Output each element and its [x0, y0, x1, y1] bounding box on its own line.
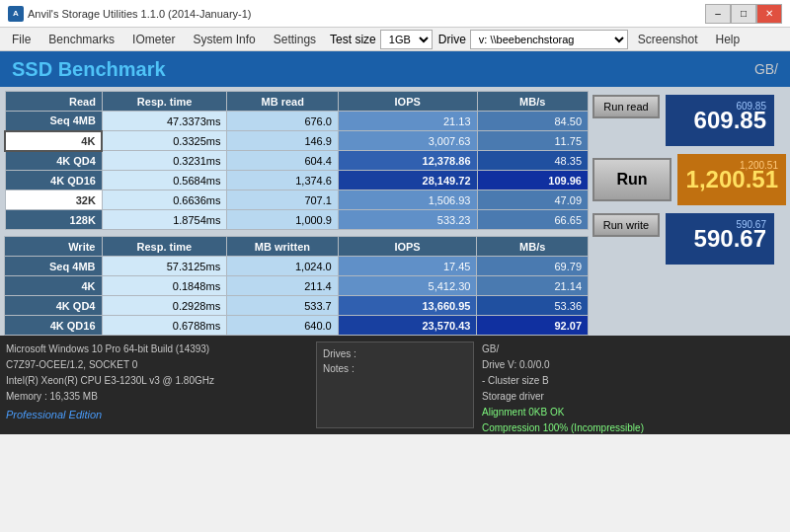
table-row: 4K QD4 0.3231ms 604.4 12,378.86 48.35 — [5, 151, 589, 171]
menu-iometer[interactable]: IOmeter — [124, 31, 183, 48]
right-line4: Storage driver — [482, 389, 784, 405]
row-label: 4K QD4 — [5, 151, 102, 171]
maximize-button[interactable]: □ — [731, 4, 756, 24]
menu-system-info[interactable]: System Info — [185, 31, 263, 48]
benchmark-area: Read Resp. time MB read IOPS MB/s Seq 4M… — [4, 91, 589, 336]
read-col-label: Read — [5, 92, 102, 112]
write-col-label: Write — [5, 237, 103, 257]
mbs-val: 11.75 — [477, 131, 589, 151]
table-row: 128K 1.8754ms 1,000.9 533.23 66.65 — [5, 210, 589, 230]
drive-group: Drive v: \\beebenchstorag — [438, 30, 628, 49]
run-write-button[interactable]: Run write — [592, 213, 660, 237]
row-label: 4K QD16 — [5, 171, 102, 190]
run-write-row: Run write 590.67 590.67 — [592, 213, 774, 265]
row-label: 4K — [5, 131, 102, 151]
resp-val: 0.3325ms — [102, 131, 227, 151]
iops-val: 5,412.30 — [338, 276, 477, 296]
table-row: 4K 0.1848ms 211.4 5,412.30 21.14 — [5, 276, 589, 296]
mbs-val: 48.35 — [477, 151, 589, 171]
main-content: Read Resp. time MB read IOPS MB/s Seq 4M… — [0, 87, 790, 336]
table-row: Seq 4MB 57.3125ms 1,024.0 17.45 69.79 — [5, 257, 589, 276]
app-icon: A — [8, 6, 24, 22]
pro-edition-label: Professional Edition — [6, 407, 308, 424]
run-read-button[interactable]: Run read — [592, 95, 660, 118]
write-col-iops: IOPS — [338, 237, 477, 257]
run-row: Run 1,200.51 1,200.51 — [592, 154, 786, 205]
read-col-resp: Resp. time — [102, 92, 227, 112]
mbs-val: 47.09 — [477, 190, 589, 210]
run-write-score-small: 590.67 — [736, 219, 766, 230]
run-write-score-box: 590.67 590.67 — [666, 213, 774, 265]
resp-val: 0.1848ms — [102, 276, 227, 296]
iops-val: 3,007.63 — [338, 131, 477, 151]
menu-help[interactable]: Help — [708, 31, 749, 48]
mb-val: 1,024.0 — [227, 257, 339, 276]
row-label: 4K — [5, 276, 103, 296]
iops-val: 533.23 — [338, 210, 477, 230]
right-line3: - Cluster size B — [482, 373, 784, 389]
mbs-val: 109.96 — [477, 171, 589, 190]
sys-line1: Microsoft Windows 10 Pro 64-bit Build (1… — [6, 342, 308, 357]
menu-benchmarks[interactable]: Benchmarks — [40, 31, 122, 48]
close-button[interactable]: ✕ — [756, 4, 782, 24]
right-line7: Compression 100% (Incompressible) — [482, 420, 784, 436]
title-bar: A Anvil's Storage Utilities 1.1.0 (2014-… — [0, 0, 790, 28]
resp-val: 0.2928ms — [102, 296, 227, 316]
bottom-bar: Microsoft Windows 10 Pro 64-bit Build (1… — [0, 336, 790, 434]
mb-val: 707.1 — [227, 190, 338, 210]
mbs-val: 53.36 — [477, 296, 589, 316]
mb-val: 211.4 — [227, 276, 339, 296]
mbs-val: 21.14 — [477, 276, 589, 296]
write-col-mbs: MB/s — [477, 237, 589, 257]
iops-val: 21.13 — [338, 112, 477, 131]
test-size-label: Test size — [330, 33, 376, 46]
table-row: 4K QD4 0.2928ms 533.7 13,660.95 53.36 — [5, 296, 589, 316]
read-col-iops: IOPS — [338, 92, 477, 112]
drives-label: Drives : — [323, 348, 467, 359]
iops-val: 12,378.86 — [338, 151, 477, 171]
mbs-val: 69.79 — [477, 257, 589, 276]
read-header-row: Read Resp. time MB read IOPS MB/s — [5, 92, 589, 112]
row-label: Seq 4MB — [5, 257, 103, 276]
table-row: Seq 4MB 47.3373ms 676.0 21.13 84.50 — [5, 112, 589, 131]
run-read-score-small: 609.85 — [736, 101, 766, 112]
write-table: Write Resp. time MB written IOPS MB/s Se… — [4, 236, 589, 336]
sys-line2: C7Z97-OCEE/1.2, SOCKET 0 — [6, 357, 308, 373]
drives-notes-panel: Drives : Notes : — [316, 342, 474, 428]
mb-val: 533.7 — [227, 296, 339, 316]
table-row: 32K 0.6636ms 707.1 1,506.93 47.09 — [5, 190, 589, 210]
resp-val: 0.6636ms — [102, 190, 227, 210]
resp-val: 0.3231ms — [102, 151, 227, 171]
iops-val: 1,506.93 — [338, 190, 477, 210]
mb-val: 146.9 — [227, 131, 338, 151]
drive-select[interactable]: v: \\beebenchstorag — [470, 30, 628, 49]
mb-val: 676.0 — [227, 112, 338, 131]
write-col-mb: MB written — [227, 237, 339, 257]
read-col-mbs: MB/s — [477, 92, 589, 112]
table-row: 4K QD16 0.5684ms 1,374.6 28,149.72 109.9… — [5, 171, 589, 190]
ssd-title: SSD Benchmark — [12, 58, 166, 81]
total-score-small: 1,200.51 — [740, 160, 778, 171]
ssd-header: SSD Benchmark GB/ — [0, 51, 790, 87]
table-row: 4K 0.3325ms 146.9 3,007.63 11.75 — [5, 131, 589, 151]
run-button[interactable]: Run — [592, 158, 672, 201]
read-table: Read Resp. time MB read IOPS MB/s Seq 4M… — [4, 91, 589, 230]
menu-file[interactable]: File — [4, 31, 39, 48]
menu-screenshot[interactable]: Screenshot — [630, 31, 706, 48]
test-size-group: Test size 1GB 4GB — [330, 30, 433, 49]
row-label: 4K QD16 — [5, 316, 103, 336]
row-label: 128K — [5, 210, 102, 230]
notes-label: Notes : — [323, 363, 467, 374]
title-text: Anvil's Storage Utilities 1.1.0 (2014-Ja… — [28, 8, 251, 20]
minimize-button[interactable]: – — [705, 4, 731, 24]
test-size-select[interactable]: 1GB 4GB — [380, 30, 433, 49]
ssd-unit: GB/ — [754, 61, 778, 77]
run-read-score-box: 609.85 609.85 — [666, 95, 774, 146]
resp-val: 0.5684ms — [102, 171, 227, 190]
window-controls: – □ ✕ — [705, 4, 782, 24]
system-info-panel: Microsoft Windows 10 Pro 64-bit Build (1… — [6, 342, 308, 428]
drive-label: Drive — [438, 33, 466, 46]
sys-line3: Intel(R) Xeon(R) CPU E3-1230L v3 @ 1.80G… — [6, 373, 308, 389]
iops-val: 28,149.72 — [338, 171, 477, 190]
menu-settings[interactable]: Settings — [266, 31, 324, 48]
